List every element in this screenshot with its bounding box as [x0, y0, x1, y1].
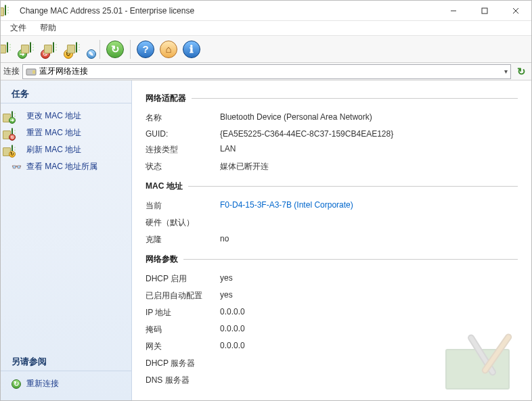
sidebar-item-change-mac[interactable]: ➜ 更改 MAC 地址 [1, 108, 131, 124]
toolbar-separator [99, 40, 100, 59]
section-net-header: 网络参数 [146, 254, 518, 265]
home-icon: ⌂ [160, 41, 177, 58]
window-title: Change MAC Address 25.01 - Enterprise li… [20, 6, 438, 16]
close-button[interactable] [500, 1, 531, 21]
toolbar: ➜ ⦸ ↻ ✎ ↻ ? ⌂ ℹ [1, 36, 531, 63]
sidebar: 任务 ➜ 更改 MAC 地址 ⦸ 重置 MAC 地址 ↻ 刷新 MAC 地址 👓… [1, 80, 132, 400]
body: 任务 ➜ 更改 MAC 地址 ⦸ 重置 MAC 地址 ↻ 刷新 MAC 地址 👓… [1, 80, 531, 400]
sidebar-item-reset-mac[interactable]: ⦸ 重置 MAC 地址 [1, 124, 131, 141]
sidebar-tasks: ➜ 更改 MAC 地址 ⦸ 重置 MAC 地址 ↻ 刷新 MAC 地址 👓 查看… [1, 103, 131, 179]
help-icon: ? [137, 41, 154, 58]
sidebar-item-label: 更改 MAC 地址 [26, 110, 81, 122]
connection-bar: 连接 蓝牙网络连接 ▾ ↻ [1, 63, 531, 80]
tool-home[interactable]: ⌂ [158, 39, 179, 60]
maximize-button[interactable] [469, 1, 500, 21]
row-dhcp-enabled: DHCP 启用 yes [146, 270, 518, 287]
chevron-down-icon: ▾ [504, 68, 508, 75]
connection-dropdown[interactable]: 蓝牙网络连接 ▾ [22, 64, 511, 79]
connection-refresh-button[interactable]: ↻ [514, 66, 529, 78]
mac-current-link[interactable]: F0-D4-15-3F-A3-7B (Intel Corporate) [220, 200, 353, 212]
row-ip: IP 地址 0.0.0.0 [146, 304, 518, 321]
row-mac-clone: 克隆 no [146, 231, 518, 248]
row-mac-hardware: 硬件（默认） [146, 214, 518, 231]
refresh-icon: ↻ [517, 66, 526, 77]
row-mac-current: 当前 F0-D4-15-3F-A3-7B (Intel Corporate) [146, 197, 518, 214]
nic-change-icon: ➜ [12, 112, 22, 121]
tool-help[interactable]: ? [135, 39, 156, 60]
row-adapter-conn-type: 连接类型 LAN [146, 141, 518, 158]
main-panel: 网络适配器 名称 Bluetooth Device (Personal Area… [132, 80, 531, 400]
section-mac-header: MAC 地址 [146, 181, 518, 192]
nic-reset-icon: ⦸ [12, 128, 22, 138]
sidebar-item-label: 刷新 MAC 地址 [26, 144, 81, 156]
menu-help[interactable]: 帮助 [35, 21, 62, 35]
sidebar-item-reconnect[interactable]: ↻ 重新连接 [1, 375, 131, 392]
row-adapter-name: 名称 Bluetooth Device (Personal Area Netwo… [146, 110, 518, 126]
svg-rect-5 [32, 70, 35, 74]
info-icon: ℹ [183, 41, 200, 58]
sidebar-item-label: 重新连接 [26, 378, 59, 390]
connection-selected: 蓝牙网络连接 [39, 66, 504, 77]
sidebar-item-label: 查看 MAC 地址所属 [26, 161, 97, 172]
nic-refresh-icon: ↻ [12, 145, 22, 155]
menu-file[interactable]: 文件 [5, 21, 32, 35]
refresh-icon: ↻ [106, 41, 124, 58]
bluetooth-adapter-icon [26, 67, 37, 76]
row-autoconfig: 已启用自动配置 yes [146, 287, 518, 304]
row-mask: 掩码 0.0.0.0 [146, 321, 518, 338]
row-gateway: 网关 0.0.0.0 [146, 338, 518, 355]
tool-refresh[interactable]: ↻ [104, 39, 126, 60]
connection-label: 连接 [3, 66, 20, 77]
menu-bar: 文件 帮助 [1, 21, 531, 36]
row-dns-server: DNS 服务器 [146, 372, 518, 389]
sidebar-item-refresh-mac[interactable]: ↻ 刷新 MAC 地址 [1, 141, 131, 158]
app-icon [5, 5, 16, 16]
row-dhcp-server: DHCP 服务器 [146, 355, 518, 372]
sidebar-also-header: 另请参阅 [1, 352, 131, 371]
window-controls [438, 1, 531, 21]
sidebar-also: ↻ 重新连接 [1, 371, 131, 396]
toolbar-separator [130, 40, 131, 59]
title-bar: Change MAC Address 25.01 - Enterprise li… [1, 1, 531, 21]
section-adapter-header: 网络适配器 [146, 93, 518, 104]
tool-edit-mac[interactable]: ✎ [74, 39, 95, 60]
sidebar-item-label: 重置 MAC 地址 [26, 127, 81, 139]
sidebar-tasks-header: 任务 [1, 85, 131, 103]
row-adapter-guid: GUID: {EA5E5225-C364-44EC-8C37-159CB4EAE… [146, 126, 518, 141]
sidebar-item-lookup-mac[interactable]: 👓 查看 MAC 地址所属 [1, 158, 131, 175]
binoculars-icon: 👓 [12, 162, 22, 172]
tool-about[interactable]: ℹ [181, 39, 202, 60]
minimize-button[interactable] [438, 1, 469, 21]
svg-rect-1 [482, 8, 487, 14]
reconnect-icon: ↻ [12, 379, 22, 389]
row-adapter-status: 状态 媒体已断开连 [146, 158, 518, 175]
